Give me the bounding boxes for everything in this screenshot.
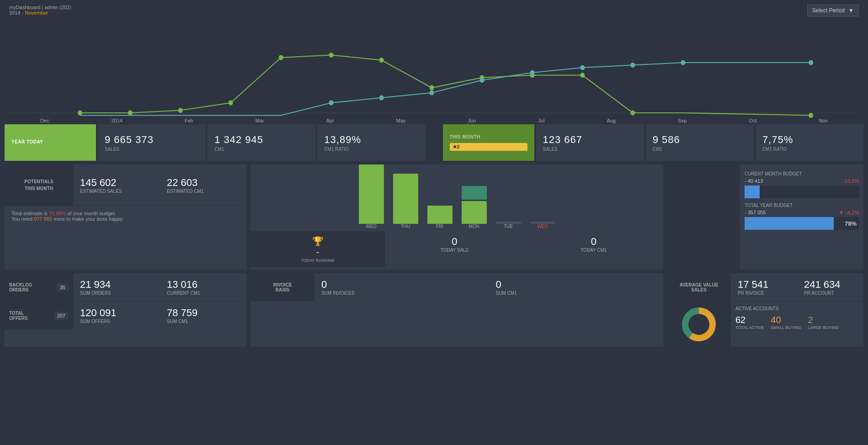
- large-buying-label: LARGE BUYING: [808, 325, 839, 330]
- potentials-label: POTENTIALS: [24, 179, 53, 184]
- offers-sublabel: OFFERS: [9, 316, 28, 321]
- header-title: myDashboard | admin (202): [9, 5, 71, 10]
- svg-point-3: [178, 108, 183, 113]
- active-accounts-title: ACTIVE ACCOUNTS: [735, 306, 859, 311]
- trophy-icon: 🏆: [312, 236, 324, 247]
- offers-count: 207: [54, 312, 69, 320]
- header: myDashboard | admin (202) 2014 - Novembe…: [0, 0, 868, 17]
- total-active-value: 62: [735, 315, 764, 325]
- year-cm1-card: 1 342 945 CM1: [208, 124, 315, 161]
- total-year-bar-pct: 78%: [845, 220, 857, 227]
- offers-label-box: TOTAL OFFERS 207: [5, 302, 73, 329]
- invoice-label-box: INVOICE BASIS: [250, 273, 314, 301]
- daily-bar-mon-teal: [462, 186, 487, 200]
- svg-point-20: [630, 63, 635, 68]
- small-buying-value: 40: [771, 315, 801, 325]
- potentials-note2: of your month budget.: [67, 211, 116, 216]
- svg-point-19: [580, 65, 585, 70]
- month-cm1-label: CM1: [653, 147, 747, 152]
- svg-point-7: [379, 58, 384, 63]
- invoice-sum-label: SUM INVOICES: [321, 291, 482, 296]
- total-pct-label: -8,2%: [846, 210, 859, 215]
- this-month-label: THIS MONTH: [450, 134, 527, 139]
- line-chart: [0, 17, 868, 118]
- avg-label: AVERAGE VALUE SALES: [671, 282, 726, 292]
- today-ranking-label: TODAY RANKING: [301, 258, 335, 263]
- backlog-sum-orders: 21 934 SUM ORDERS: [73, 273, 160, 301]
- invoice-label: INVOICE: [273, 282, 292, 287]
- year-cm1-ratio-label: CM1 RATIO: [324, 147, 418, 152]
- invoice-sum-value: 0: [321, 279, 482, 291]
- backlog-label: BACKLOG: [9, 282, 32, 287]
- month-cm1-ratio-value: 7,75%: [762, 134, 857, 146]
- daily-bar-thu: [393, 174, 418, 224]
- offers-label: TOTAL: [9, 311, 28, 316]
- daily-bar-mon-green: [462, 201, 487, 224]
- large-buying-value: 2: [808, 315, 839, 325]
- today-cm1-stat: 0 TODAY CM1: [524, 231, 663, 267]
- today-cm1-value: 0: [529, 236, 659, 248]
- month-label-jun: Jun: [468, 118, 476, 123]
- svg-point-4: [229, 101, 233, 106]
- select-period-button[interactable]: Select Period ▼: [807, 5, 859, 16]
- svg-point-2: [128, 111, 133, 116]
- current-month-budget-label: CURENT MONTH BUDGET: [745, 171, 802, 176]
- current-month-bar-fill: [745, 185, 760, 198]
- svg-point-12: [630, 111, 635, 116]
- svg-point-15: [379, 95, 384, 101]
- year-today-card: YEAR TODAY: [5, 124, 96, 161]
- stats-row-1: YEAR TODAY 9 665 373 SALES 1 342 945 CM1…: [0, 124, 868, 161]
- month-label-aug: Aug: [607, 118, 616, 123]
- svg-point-6: [329, 53, 334, 58]
- year-cm1-ratio-value: 13,89%: [324, 134, 418, 146]
- svg-point-18: [530, 70, 534, 75]
- potentials-note: Total estimate is 71,99% of your month b…: [5, 206, 247, 226]
- today-sale-label: TODAY SALE: [389, 248, 519, 253]
- month-labels: Dec 2014 Feb Mar Apr May Jun Jul Aug Sep…: [0, 118, 868, 123]
- month-label-may: May: [396, 118, 406, 123]
- offers-cm1-value: 78 759: [167, 307, 240, 319]
- month-label-2014: 2014: [111, 118, 122, 123]
- potentials-sublabel: THIS MONTH: [25, 186, 53, 191]
- potentials-amount: 077 065: [34, 216, 52, 222]
- offers-cm1-stat: 78 759 SUM CM1: [160, 302, 247, 329]
- daily-label-thu: THU: [393, 224, 418, 229]
- pr-account-stat: 241 634 PR ACCOUNT: [797, 273, 863, 301]
- month-sales-label: SALES: [543, 147, 637, 152]
- offers-row: TOTAL OFFERS 207 120 091 SUM OFFERS 78 7…: [5, 302, 247, 329]
- svg-point-22: [809, 60, 813, 65]
- daily-label-wed1: WED: [359, 224, 384, 229]
- potentials-note1: Total estimate is: [11, 211, 48, 216]
- potentials-note3: You need: [11, 216, 32, 222]
- header-month: November: [25, 10, 48, 16]
- daily-col-mon: [462, 186, 487, 224]
- daily-col-wed1: [359, 164, 384, 224]
- today-ranking-dash: -: [316, 248, 319, 257]
- daily-label-tue: TUE: [496, 224, 521, 229]
- month-cm1-ratio-label: CM1 RATIO: [762, 147, 857, 152]
- accounts-stats-area: ACTIVE ACCOUNTS 62 TOTAL ACTIVE 40 SMALL…: [731, 302, 863, 347]
- potentials-label-box: POTENTIALS THIS MONTH: [5, 164, 73, 206]
- daily-label-wed2: WED: [530, 224, 555, 229]
- year-cm1-ratio-card: 13,89% CM1 RATIO: [317, 124, 425, 161]
- invoice-cm1-label: SUM CM1: [496, 291, 657, 296]
- budget-panel: CURENT MONTH BUDGET - 40 413 -13,5% TOTA…: [667, 164, 863, 270]
- offers-sum-value: 120 091: [80, 307, 153, 319]
- chevron-down-icon: ▼: [848, 7, 854, 14]
- est-sales-value: 145 602: [80, 177, 153, 189]
- month-label-apr: Apr: [326, 118, 334, 123]
- year-sales-value: 9 665 373: [105, 134, 199, 146]
- svg-point-13: [809, 113, 813, 118]
- avg-label-box: AVERAGE VALUE SALES: [667, 273, 731, 301]
- total-year-budget-label: TOTAL YEAR BUDGET: [745, 203, 793, 208]
- donut-chart: [681, 306, 717, 343]
- est-cm1-value: 22 603: [167, 177, 240, 189]
- month-label-jul: Jul: [538, 118, 544, 123]
- pr-invoice-label: PR INVOICE: [738, 291, 790, 296]
- month-cm1-ratio-card: 7,75% CM1 RATIO: [756, 124, 863, 161]
- today-sale-value: 0: [389, 236, 519, 248]
- daily-day-labels: WED THU FRI MON TUE WED: [250, 224, 663, 229]
- this-month-card: THIS MONTH ★2: [443, 124, 534, 161]
- month-label-sep: Sep: [678, 118, 687, 123]
- backlog-count: 35: [57, 283, 69, 291]
